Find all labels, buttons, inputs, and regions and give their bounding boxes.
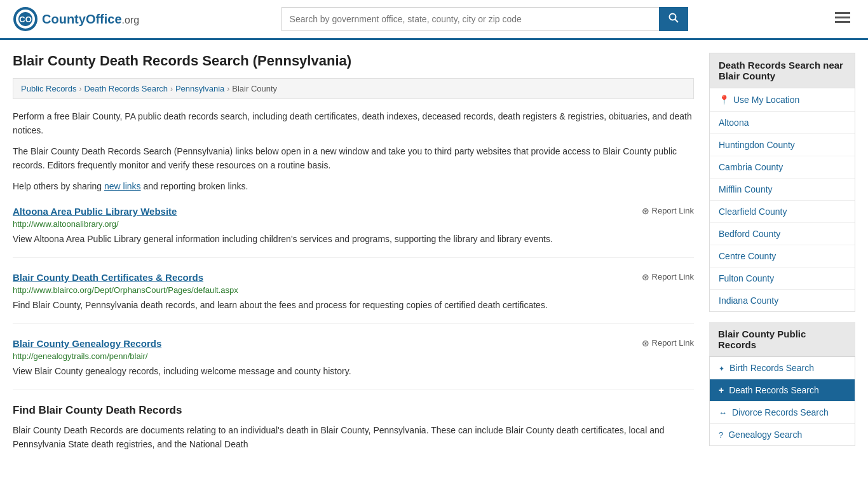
sidebar-item-birth[interactable]: Birth Records Search <box>710 357 855 379</box>
nearby-item-6: Centre County <box>710 245 855 268</box>
result-url-3[interactable]: http://genealogytrails.com/penn/blair/ <box>13 351 694 361</box>
nearby-item-1: Huntingdon County <box>710 134 855 156</box>
sidebar-item-divorce[interactable]: Divorce Records Search <box>710 402 855 424</box>
left-column: Blair County Death Records Search (Penns… <box>13 53 694 452</box>
logo-brand: CountyOffice.org <box>42 12 139 26</box>
nearby-section: Death Records Search near Blair County 📍… <box>709 53 855 312</box>
public-records-list: Birth Records Search Death Records Searc… <box>709 357 855 446</box>
menu-button[interactable] <box>830 8 855 30</box>
public-records-header: Blair County Public Records <box>709 322 855 357</box>
nearby-item-7: Fulton County <box>710 268 855 290</box>
search-icon <box>668 13 679 23</box>
nearby-link-7[interactable]: Fulton County <box>719 273 774 283</box>
death-records-label: Death Records Search <box>729 385 819 395</box>
hamburger-icon <box>835 12 850 24</box>
breadcrumb-death-records[interactable]: Death Records Search <box>84 84 168 93</box>
report-icon-3: ⊛ <box>642 338 649 348</box>
sidebar-item-genealogy[interactable]: Genealogy Search <box>710 424 855 445</box>
find-description: Blair County Death Records are documents… <box>13 423 694 452</box>
logo-text-area: CountyOffice.org <box>42 12 139 27</box>
svg-line-5 <box>675 20 678 23</box>
result-header-1: Altoona Area Public Library Website ⊛ Re… <box>13 206 694 217</box>
result-title-1[interactable]: Altoona Area Public Library Website <box>13 206 177 217</box>
result-title-2[interactable]: Blair County Death Certificates & Record… <box>13 272 203 283</box>
breadcrumb-sep-1: › <box>79 85 81 93</box>
report-link-3[interactable]: ⊛ Report Link <box>642 338 694 348</box>
logo[interactable]: CO CountyOffice.org <box>13 6 139 32</box>
nearby-item-2: Cambria County <box>710 156 855 179</box>
nearby-item-4: Clearfield County <box>710 201 855 223</box>
search-input[interactable] <box>281 7 659 31</box>
new-links-link[interactable]: new links <box>104 181 141 191</box>
nearby-item-0: Altoona <box>710 112 855 134</box>
svg-rect-6 <box>835 12 850 14</box>
report-link-2[interactable]: ⊛ Report Link <box>642 272 694 282</box>
report-icon-2: ⊛ <box>642 272 649 282</box>
page-title: Blair County Death Records Search (Penns… <box>13 53 694 69</box>
svg-rect-7 <box>835 17 850 18</box>
location-pin-icon: 📍 <box>719 95 729 105</box>
death-icon <box>719 385 724 395</box>
report-label-1: Report Link <box>652 206 694 215</box>
nearby-link-6[interactable]: Centre County <box>719 251 776 261</box>
report-label-2: Report Link <box>652 272 694 281</box>
divorce-records-label: Divorce Records Search <box>732 407 829 417</box>
nearby-list: 📍 Use My Location Altoona Huntingdon Cou… <box>709 88 855 312</box>
svg-rect-8 <box>835 21 850 23</box>
find-title: Find Blair County Death Records <box>13 404 694 417</box>
svg-point-4 <box>669 14 675 20</box>
result-item-2: Blair County Death Certificates & Record… <box>13 272 694 324</box>
breadcrumb-pennsylvania[interactable]: Pennsylvania <box>175 84 224 93</box>
report-link-1[interactable]: ⊛ Report Link <box>642 206 694 216</box>
breadcrumb-public-records[interactable]: Public Records <box>21 84 76 93</box>
nearby-link-8[interactable]: Indiana County <box>719 295 778 306</box>
genealogy-icon <box>719 430 723 440</box>
result-url-2[interactable]: http://www.blairco.org/Dept/OrphansCourt… <box>13 285 694 295</box>
result-desc-2: Find Blair County, Pennsylvania death re… <box>13 299 694 312</box>
nearby-item-5: Bedford County <box>710 223 855 245</box>
nearby-item-3: Mifflin County <box>710 179 855 201</box>
nearby-link-3[interactable]: Mifflin County <box>719 184 773 194</box>
result-desc-1: View Altoona Area Public Library general… <box>13 233 694 246</box>
nearby-item-8: Indiana County <box>710 290 855 311</box>
nearby-link-5[interactable]: Bedford County <box>719 229 780 239</box>
use-location-link[interactable]: Use My Location <box>733 95 799 105</box>
breadcrumb: Public Records › Death Records Search › … <box>13 78 694 99</box>
nearby-link-0[interactable]: Altoona <box>719 118 749 128</box>
breadcrumb-current: Blair County <box>232 84 277 93</box>
nearby-header: Death Records Search near Blair County <box>709 53 855 88</box>
nearby-link-1[interactable]: Huntingdon County <box>719 140 795 150</box>
intro-paragraph-2: The Blair County Death Records Search (P… <box>13 144 694 173</box>
help-text-after: and reporting broken links. <box>141 181 248 191</box>
logo-suffix: .org <box>122 15 140 25</box>
search-area <box>281 7 688 31</box>
birth-records-label: Birth Records Search <box>729 363 814 373</box>
nearby-link-2[interactable]: Cambria County <box>719 162 783 172</box>
help-paragraph: Help others by sharing new links and rep… <box>13 179 694 193</box>
nearby-link-4[interactable]: Clearfield County <box>719 207 787 217</box>
right-column: Death Records Search near Blair County 📍… <box>709 53 855 452</box>
result-url-1[interactable]: http://www.altoonalibrary.org/ <box>13 219 694 229</box>
use-location[interactable]: 📍 Use My Location <box>710 88 855 112</box>
svg-text:CO: CO <box>19 15 32 24</box>
main-content: Blair County Death Records Search (Penns… <box>0 40 868 464</box>
help-text-before: Help others by sharing <box>13 181 104 191</box>
divorce-icon <box>719 408 727 417</box>
public-records-section: Blair County Public Records Birth Record… <box>709 322 855 446</box>
result-header-2: Blair County Death Certificates & Record… <box>13 272 694 283</box>
header: CO CountyOffice.org <box>0 0 868 40</box>
result-title-3[interactable]: Blair County Genealogy Records <box>13 338 161 349</box>
breadcrumb-sep-3: › <box>227 85 229 93</box>
logo-icon: CO <box>13 6 38 32</box>
result-desc-3: View Blair County genealogy records, inc… <box>13 365 694 378</box>
report-label-3: Report Link <box>652 338 694 348</box>
result-item-3: Blair County Genealogy Records ⊛ Report … <box>13 338 694 390</box>
intro-paragraph-1: Perform a free Blair County, PA public d… <box>13 109 694 138</box>
result-item-1: Altoona Area Public Library Website ⊛ Re… <box>13 206 694 258</box>
genealogy-label: Genealogy Search <box>728 430 802 440</box>
report-icon-1: ⊛ <box>642 206 649 216</box>
search-button[interactable] <box>659 7 688 31</box>
result-header-3: Blair County Genealogy Records ⊛ Report … <box>13 338 694 349</box>
birth-icon <box>719 363 724 373</box>
sidebar-item-death[interactable]: Death Records Search <box>710 379 855 402</box>
